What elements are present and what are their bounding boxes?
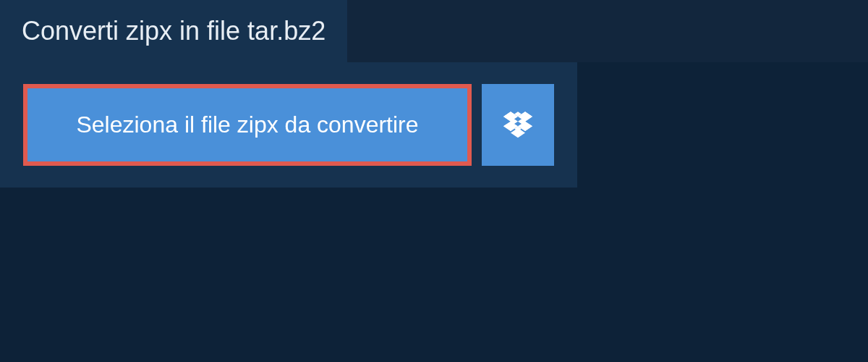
select-file-button-label: Seleziona il file zipx da convertire <box>76 111 418 138</box>
dropbox-button[interactable] <box>482 84 554 166</box>
dropbox-icon <box>503 109 532 140</box>
page-title: Converti zipx in file tar.bz2 <box>22 16 326 46</box>
select-file-button[interactable]: Seleziona il file zipx da convertire <box>23 84 472 166</box>
button-group: Seleziona il file zipx da convertire <box>23 84 554 166</box>
page-title-tab: Converti zipx in file tar.bz2 <box>0 0 347 62</box>
bottom-area <box>0 188 868 362</box>
header-area: Converti zipx in file tar.bz2 <box>0 0 868 62</box>
content-panel: Seleziona il file zipx da convertire <box>0 62 577 188</box>
